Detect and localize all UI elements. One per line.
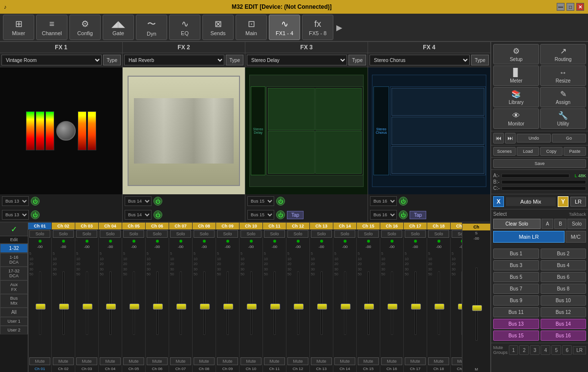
fx1-type-select[interactable]: Vintage Room <box>1 55 102 65</box>
ch-mute-ch09[interactable]: Mute <box>217 357 238 365</box>
bus-btn-15[interactable]: Bus 15 <box>493 331 539 341</box>
ch-mute-ch06[interactable]: Mute <box>147 357 167 365</box>
fx3-power-2[interactable] <box>276 210 285 219</box>
copy-button[interactable]: Copy <box>540 147 563 156</box>
ch-solo-ch07[interactable]: Solo <box>170 230 191 238</box>
ch-solo-ch16[interactable]: Solo <box>381 230 402 238</box>
utility-button[interactable]: 🔧 Utility <box>540 108 586 129</box>
mute-group-3[interactable]: 3 <box>530 345 540 355</box>
undo-button[interactable]: Undo <box>517 134 551 143</box>
ch-mute-ch17[interactable]: Mute <box>405 357 425 365</box>
maximize-button[interactable]: □ <box>566 3 574 11</box>
ch-fader-handle-ch10[interactable] <box>247 304 257 310</box>
bank-1-16-dca[interactable]: 1-16DCA <box>0 253 28 267</box>
solo-button[interactable]: Solo <box>567 219 586 229</box>
clear-solo-button[interactable]: Clear Solo <box>493 219 541 229</box>
ch-fader-handle-ch16[interactable] <box>388 304 397 310</box>
setup-button[interactable]: ⚙ Setup <box>493 44 539 64</box>
ch-mute-ch12[interactable]: Mute <box>287 357 308 365</box>
ch-solo-ch08[interactable]: Solo <box>194 230 214 238</box>
ch-mute-ch19[interactable]: Mute <box>452 357 462 365</box>
bus-btn-8[interactable]: Bus 8 <box>541 284 587 294</box>
bus-btn-9[interactable]: Bus 9 <box>493 295 539 306</box>
paste-button[interactable]: Paste <box>564 147 586 156</box>
bus-btn-3[interactable]: Bus 3 <box>493 260 539 270</box>
ch-fader-handle-ch11[interactable] <box>270 304 280 310</box>
fx1-power-2[interactable] <box>31 210 40 219</box>
go-button[interactable]: Go <box>552 134 586 143</box>
ch-fader-handle-ch14[interactable] <box>341 304 350 310</box>
ch-fader-handle-ch04[interactable] <box>106 304 116 310</box>
fx1-bus-in-1[interactable]: Bus 13 <box>2 196 29 206</box>
nav-channel[interactable]: ≡ Channel <box>36 15 67 40</box>
ch-fader-handle-ch13[interactable] <box>317 304 327 310</box>
mute-group-4[interactable]: 4 <box>541 345 550 355</box>
ch-fader-handle-ch17[interactable] <box>411 304 421 310</box>
nav-more-button[interactable]: ▶ <box>334 23 344 32</box>
nav-fx1-4[interactable]: ∿ FX1 - 4 <box>269 15 300 40</box>
ch-mute-ch03[interactable]: Mute <box>76 357 97 365</box>
fx2-type-button[interactable]: Type <box>226 55 243 65</box>
ch-mute-ch04[interactable]: Mute <box>100 357 120 365</box>
ch-fader-handle-ch03[interactable] <box>83 304 92 310</box>
ch-solo-ch10[interactable]: Solo <box>240 230 261 238</box>
fx4-bus-in-2[interactable]: Bus 16 <box>370 210 397 220</box>
ch-mute-ch10[interactable]: Mute <box>240 357 261 365</box>
ch-solo-ch05[interactable]: Solo <box>123 230 144 238</box>
resize-button[interactable]: ↔ Resize <box>540 65 586 86</box>
assign-button[interactable]: ✎ Assign <box>540 87 586 107</box>
nav-mixer[interactable]: ⊞ Mixer <box>3 15 34 40</box>
mute-group-1[interactable]: 1 <box>509 345 519 355</box>
fx1-power-1[interactable] <box>31 197 40 206</box>
bus-btn-12[interactable]: Bus 12 <box>541 307 587 317</box>
ch-solo-ch03[interactable]: Solo <box>76 230 97 238</box>
load-button[interactable]: Load <box>517 147 539 156</box>
close-button[interactable]: ✕ <box>576 3 584 11</box>
fx2-type-select[interactable]: Hall Reverb <box>124 55 224 65</box>
automix-x-button[interactable]: X <box>493 196 504 207</box>
fx2-bus-in-1[interactable]: Bus 14 <box>125 196 152 206</box>
bus-btn-11[interactable]: Bus 11 <box>493 307 539 317</box>
ch-fader-handle-ch15[interactable] <box>364 304 374 310</box>
fx3-bus-in-1[interactable]: Bus 15 <box>247 196 274 206</box>
bus-btn-1[interactable]: Bus 1 <box>493 248 539 259</box>
ch-solo-ch17[interactable]: Solo <box>405 230 425 238</box>
bus-btn-6[interactable]: Bus 6 <box>541 272 587 282</box>
ch-solo-ch06[interactable]: Solo <box>147 230 167 238</box>
nav-dyn[interactable]: 〜 Dyn <box>136 15 167 40</box>
talkback-a-button[interactable]: A <box>542 219 554 229</box>
fx3-tap-button[interactable]: Tap <box>287 211 304 219</box>
prev-button[interactable]: ⏮ <box>493 133 504 144</box>
bank-all[interactable]: All <box>0 308 28 317</box>
next-button[interactable]: ⏭ <box>505 133 516 144</box>
bank-aux-fx[interactable]: AuxFX <box>0 280 28 294</box>
ch-mute-ch16[interactable]: Mute <box>381 357 402 365</box>
ch-solo-ch04[interactable]: Solo <box>100 230 120 238</box>
routing-button[interactable]: ↗ Routing <box>540 44 586 64</box>
ch-fader-handle-ch19[interactable] <box>458 304 462 310</box>
bus-btn-10[interactable]: Bus 10 <box>541 295 587 306</box>
ch-mute-ch01[interactable]: Mute <box>29 357 50 365</box>
nav-fx5-8[interactable]: fx FX5 - 8 <box>302 15 333 40</box>
meter-button[interactable]: ▊ Meter <box>493 65 539 86</box>
ch-solo-ch11[interactable]: Solo <box>264 230 284 238</box>
main-lr-button[interactable]: Main LR <box>493 231 565 243</box>
mute-lr-button[interactable]: LR <box>573 346 586 354</box>
fx2-power-2[interactable] <box>153 210 162 219</box>
ch-mute-ch08[interactable]: Mute <box>194 357 214 365</box>
bus-btn-14[interactable]: Bus 14 <box>541 319 587 329</box>
ch-solo-ch15[interactable]: Solo <box>358 230 378 238</box>
bank-user1[interactable]: User 1 <box>0 317 28 326</box>
automix-y-button[interactable]: Y <box>558 196 568 207</box>
bank-bus-mtx[interactable]: BusMtx <box>0 294 28 308</box>
ch-solo-ch12[interactable]: Solo <box>287 230 308 238</box>
fx4-bus-in-1[interactable]: Bus 16 <box>370 196 397 206</box>
bus-btn-5[interactable]: Bus 5 <box>493 272 539 282</box>
fx1-type-button[interactable]: Type <box>103 55 121 65</box>
library-button[interactable]: 📚 Library <box>493 87 539 107</box>
ch-fader-handle-ch07[interactable] <box>176 304 186 310</box>
ch-mute-ch15[interactable]: Mute <box>358 357 378 365</box>
nav-eq[interactable]: ∿ EQ <box>169 15 200 40</box>
bus-btn-16[interactable]: Bus 16 <box>541 331 587 341</box>
ch-solo-ch09[interactable]: Solo <box>217 230 238 238</box>
